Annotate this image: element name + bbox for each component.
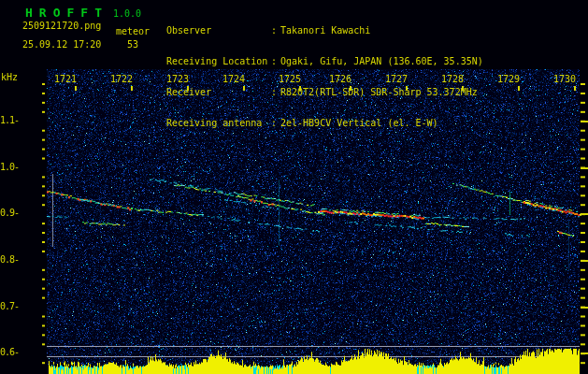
datetime-label: 25.09.12 17:20	[22, 39, 101, 50]
station-info: Observer:Takanori Kawachi Receiving Loca…	[166, 5, 483, 149]
info-separator: :	[271, 87, 280, 97]
info-row-location: Receiving Location:Ogaki, Gifu, JAPAN (1…	[166, 56, 483, 66]
info-value: Ogaki, Gifu, JAPAN (136.60E, 35.35N)	[280, 56, 483, 66]
info-label: Observer	[166, 25, 271, 36]
info-value: 2el-HB9CV Vertical (el. E-W)	[280, 118, 438, 128]
info-separator: :	[271, 56, 280, 66]
freq-axis-label: 1.1-	[0, 115, 19, 125]
freq-axis-label: 0.8-	[0, 254, 19, 265]
app-version: 1.0.0	[113, 8, 141, 19]
time-axis-label: 1727	[384, 74, 409, 84]
mode-label: meteor	[116, 26, 150, 36]
time-axis-label: 1729	[496, 74, 521, 84]
freq-axis-label: 0.9-	[0, 208, 19, 218]
info-value: R820T2(RTL-SDR) SDR-Sharp 53.372MHz	[280, 87, 478, 97]
info-label: Receiver	[166, 87, 271, 97]
time-axis-label: 1723	[165, 74, 190, 84]
time-axis-label: 1728	[440, 74, 465, 84]
info-label: Receiving Location	[166, 56, 271, 66]
freq-axis-unit: kHz	[1, 72, 18, 82]
freq-axis-label: 0.7-	[0, 301, 19, 311]
hrofft-window: HROFFT 1.0.0 2509121720.png meteor 25.09…	[0, 0, 588, 374]
info-row-receiver: Receiver:R820T2(RTL-SDR) SDR-Sharp 53.37…	[166, 87, 483, 97]
app-title: HROFFT	[25, 6, 108, 20]
freq-axis-label: 0.6-	[0, 347, 19, 357]
info-row-observer: Observer:Takanori Kawachi	[166, 25, 483, 36]
time-axis-label: 1726	[328, 74, 352, 84]
time-axis-label: 1722	[109, 74, 134, 84]
info-row-antenna: Receiving antenna:2el-HB9CV Vertical (el…	[166, 118, 483, 128]
output-filename: 2509121720.png	[22, 21, 101, 31]
info-separator: :	[271, 118, 280, 128]
info-value: Takanori Kawachi	[280, 25, 370, 36]
freq-axis-label: 1.0-	[0, 162, 19, 172]
info-separator: :	[271, 25, 280, 36]
time-axis-label: 1725	[278, 74, 302, 84]
echo-count: 53	[127, 39, 138, 50]
time-axis-label: 1721	[53, 74, 78, 84]
time-axis-label: 1730	[552, 74, 577, 84]
time-axis-label: 1724	[222, 74, 246, 84]
info-label: Receiving antenna	[166, 118, 271, 128]
